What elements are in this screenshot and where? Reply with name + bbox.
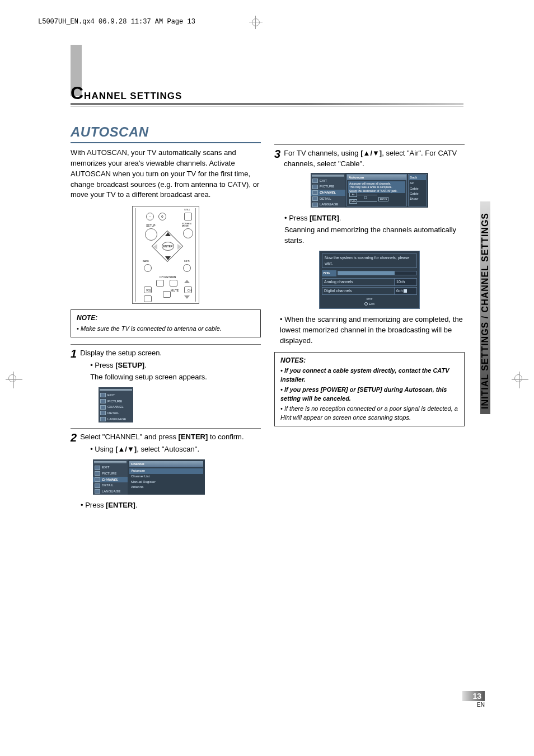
setup-label: SETUP	[146, 224, 156, 228]
picture-icon	[312, 185, 318, 189]
step-3: 3 For TV channels, using [▲/▼], select "…	[274, 148, 465, 170]
remote-screen-button	[183, 228, 193, 238]
intro-paragraph: With AUTOSCAN, your TV automatically sca…	[71, 148, 261, 200]
detail-icon	[100, 411, 106, 415]
osd-autoscan-screen: EXIT PICTURE CHANNEL DETAIL LANGUAGE Aut…	[311, 173, 428, 208]
remote-info-button	[183, 264, 191, 272]
note-body: • Make sure the TV is connected to anten…	[77, 325, 255, 334]
crop-mark-right	[512, 372, 528, 388]
channel-icon	[95, 477, 100, 482]
remote-back-button	[144, 264, 152, 272]
step-2-enter: • Press [ENTER].	[71, 500, 261, 511]
remote-diagram: – 0 STILL SETUP SCREEN MODE ENTER BACK I…	[132, 206, 199, 304]
remote-rect-button	[170, 280, 177, 287]
channel-icon	[312, 190, 318, 195]
section-underline	[71, 142, 261, 143]
step-1: 1 Display the setup screen. • Press [SET…	[71, 348, 261, 383]
progress-fill	[338, 271, 395, 275]
language-icon	[312, 203, 318, 207]
osd-channel-menu: EXIT PICTURE CHANNEL DETAIL LANGUAGE Cha…	[93, 459, 205, 494]
osd-scanning-progress: Now the system is scanning for channels,…	[319, 251, 420, 309]
exit-icon	[312, 179, 318, 183]
language-icon	[100, 417, 106, 421]
detail-icon	[95, 483, 100, 488]
completion-text: • When the scanning and memorizing are c…	[274, 314, 465, 346]
detail-icon	[312, 196, 318, 201]
osd-main-menu: EXIT PICTURE CHANNEL DETAIL LANGUAGE	[99, 387, 133, 422]
remote-still-button	[184, 213, 192, 220]
picture-icon	[100, 399, 106, 403]
side-section-label: INITIAL SETTINGS / CHANNEL SETTINGS	[480, 213, 490, 409]
stop-icon	[404, 289, 407, 293]
remote-zero-button: 0	[158, 213, 166, 220]
crop-mark-top	[249, 16, 263, 29]
step-2: 2 Select "CHANNEL" and press [ENTER] to …	[71, 432, 261, 456]
chapter-underline	[71, 103, 463, 105]
notes-heading: NOTES:	[280, 356, 458, 365]
picture-icon	[95, 471, 100, 476]
note-box-1: NOTE: • Make sure the TV is connected to…	[71, 309, 261, 337]
chapter-title: CHANNEL SETTINGS	[71, 83, 182, 104]
remote-ch-down	[184, 295, 190, 299]
language-icon	[95, 489, 100, 494]
exit-dot-icon	[364, 302, 368, 306]
note-heading: NOTE:	[77, 313, 255, 323]
exit-icon	[95, 466, 100, 470]
remote-dpad: ENTER	[152, 231, 183, 262]
page-number: 13 EN	[462, 691, 485, 708]
remote-rect-button	[156, 280, 164, 287]
exit-icon	[100, 393, 106, 397]
crop-mark-left	[6, 372, 22, 388]
press-enter-scan: • Press [ENTER]. Scanning and memorizing…	[274, 213, 465, 246]
remote-dash-button: –	[146, 213, 154, 220]
section-title: AUTOSCAN	[71, 124, 149, 140]
print-header: L5007UH_EN.qx4 06.9.28 11:37 AM Page 13	[38, 18, 195, 26]
notes-box-2: NOTES: • If you connect a cable system d…	[274, 352, 465, 426]
remote-ch-up	[184, 280, 190, 283]
channel-icon	[100, 405, 106, 410]
